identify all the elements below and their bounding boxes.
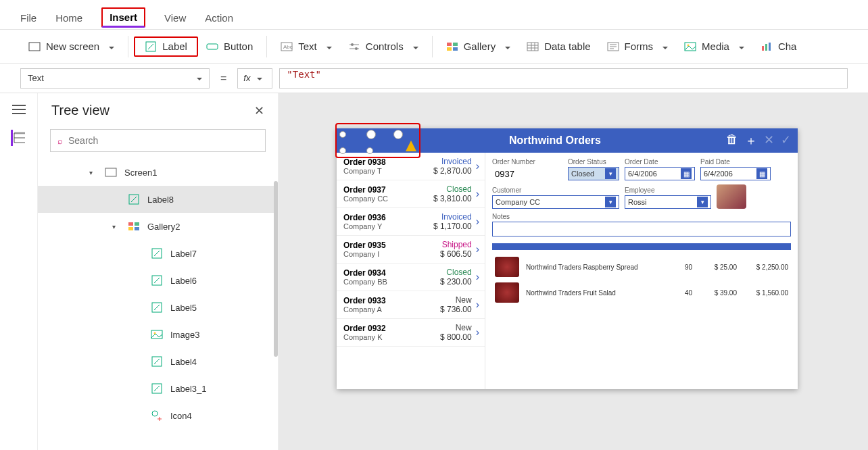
tree-item-icon4[interactable]: Icon4 (38, 402, 278, 429)
order-status: Invoiced (408, 157, 472, 166)
add-icon[interactable]: ＋ (745, 132, 757, 149)
tree-item-screen1[interactable]: ▾Screen1 (38, 159, 278, 186)
order-number: Order 0938 (343, 157, 408, 167)
tree-item-label: Icon4 (170, 411, 192, 421)
media-button[interactable]: Media (676, 36, 752, 57)
resize-handle[interactable] (339, 131, 346, 138)
media-button-text: Media (702, 41, 729, 52)
new-screen-button[interactable]: New screen (20, 36, 122, 57)
tree-item-label3_1[interactable]: Label3_1 (38, 375, 278, 402)
order-row[interactable]: Order 0937Company CCClosed$ 3,810.00› (337, 180, 485, 208)
order-value: $ 230.00 (408, 277, 472, 286)
tab-file[interactable]: File (20, 12, 37, 29)
lines-header-bar (492, 243, 791, 250)
cancel-icon[interactable]: ✕ (764, 132, 774, 149)
separator (266, 36, 267, 57)
tab-view[interactable]: View (164, 12, 186, 29)
tree-search[interactable]: ⌕ (50, 129, 266, 152)
controls-icon (348, 41, 360, 53)
scrollbar-thumb[interactable] (274, 181, 278, 357)
order-value: $ 1,170.00 (408, 222, 472, 231)
customer-select[interactable]: Company CC▾ (492, 195, 619, 209)
close-icon[interactable]: ✕ (254, 103, 264, 118)
order-number: Order 0932 (343, 324, 408, 333)
product-thumb (495, 257, 519, 277)
text-button-text: Text (298, 41, 317, 52)
tree-item-label4[interactable]: Label4 (38, 348, 278, 375)
order-status-select[interactable]: Closed▾ (568, 167, 619, 180)
order-line[interactable]: Northwind Traders Raspberry Spread90$ 25… (492, 254, 791, 280)
product-name: Northwind Traders Raspberry Spread (526, 264, 661, 271)
resize-handle[interactable] (393, 130, 403, 139)
notes-input[interactable] (492, 222, 791, 236)
search-icon: ⌕ (57, 136, 63, 146)
chevron-down-icon (253, 73, 262, 83)
forms-button[interactable]: Forms (599, 36, 677, 57)
tree-item-label6[interactable]: Label6 (38, 267, 278, 294)
order-list[interactable]: Order 0938Company TInvoiced$ 2,870.00›Or… (337, 153, 485, 389)
tree-item-gallery2[interactable]: ▾Gallery2 (38, 213, 278, 240)
order-row[interactable]: Order 0934Company BBClosed$ 230.00› (337, 264, 485, 291)
employee-select[interactable]: Rossi▾ (625, 195, 711, 209)
chevron-right-icon: › (472, 271, 479, 283)
gallery-icon (127, 220, 141, 233)
data-table-button[interactable]: Data table (519, 36, 598, 57)
expander-icon[interactable]: ▾ (89, 169, 97, 176)
customer-label: Customer (492, 186, 619, 194)
canvas[interactable]: Northwind Orders 🗑 ＋ ✕ ✓ Order 0938Compa… (279, 93, 868, 450)
chevron-down-icon (501, 41, 510, 52)
order-value: $ 2,870.00 (408, 166, 472, 176)
svg-rect-15 (762, 46, 764, 51)
svg-rect-18 (14, 132, 25, 134)
property-select[interactable]: Text (20, 68, 210, 89)
trash-icon[interactable]: 🗑 (726, 132, 738, 149)
tree-panel: Tree view ✕ ⌕ ▾Screen1Label8▾Gallery2Lab… (38, 93, 279, 450)
order-row[interactable]: Order 0935Company IShipped$ 606.50› (337, 236, 485, 264)
tab-action[interactable]: Action (205, 12, 233, 29)
controls-button[interactable]: Controls (340, 36, 427, 57)
tree-view-icon[interactable] (11, 130, 27, 146)
order-number: Order 0935 (343, 241, 408, 250)
gallery-button[interactable]: Gallery (438, 36, 519, 57)
tab-insert[interactable]: Insert (101, 7, 145, 28)
tree-item-label: Label3_1 (170, 384, 207, 394)
expander-icon[interactable]: ▾ (112, 223, 120, 230)
product-name: Northwind Traders Fruit Salad (526, 289, 661, 297)
confirm-icon[interactable]: ✓ (781, 132, 791, 149)
tree-item-label7[interactable]: Label7 (38, 240, 278, 267)
button-button[interactable]: Button (198, 36, 261, 57)
tree-item-image3[interactable]: Image3 (38, 321, 278, 348)
fx-button[interactable]: fx (237, 68, 272, 89)
tree-item-label5[interactable]: Label5 (38, 294, 278, 321)
order-value: $ 736.00 (408, 305, 472, 314)
order-status: Invoiced (408, 212, 472, 222)
charts-button[interactable]: Cha (752, 36, 805, 57)
order-status: Closed (408, 268, 472, 277)
search-input[interactable] (68, 135, 258, 146)
resize-handle[interactable] (339, 147, 346, 154)
selection-overlay[interactable] (337, 127, 418, 151)
resize-handle[interactable] (366, 130, 376, 139)
separator (128, 36, 128, 57)
order-row[interactable]: Order 0932Company KNew$ 800.00› (337, 319, 485, 347)
paid-date-input[interactable]: 6/4/2006▦ (700, 167, 771, 180)
order-row[interactable]: Order 0936Company YInvoiced$ 1,170.00› (337, 208, 485, 236)
label-button[interactable]: Label (134, 36, 198, 57)
tab-home[interactable]: Home (55, 12, 82, 29)
order-number: Order 0936 (343, 213, 408, 222)
tree-title: Tree view (51, 103, 110, 118)
tree-item-label8[interactable]: Label8 (38, 186, 278, 213)
resize-handle[interactable] (366, 147, 373, 154)
formula-input[interactable]: "Text" (279, 68, 848, 89)
order-date-input[interactable]: 6/4/2006▦ (625, 167, 695, 180)
gallery-icon (446, 41, 458, 53)
tree-list: ▾Screen1Label8▾Gallery2Label7Label6Label… (38, 159, 278, 450)
menu-bar: File Home Insert View Action (0, 0, 868, 30)
order-company: Company BB (343, 278, 408, 286)
order-line[interactable]: Northwind Traders Fruit Salad40$ 39.00$ … (492, 280, 791, 305)
order-row[interactable]: Order 0933Company ANew$ 736.00› (337, 291, 485, 319)
text-button[interactable]: Abc Text (272, 36, 340, 57)
label-icon (150, 355, 164, 368)
hamburger-icon[interactable] (11, 101, 27, 118)
svg-rect-17 (769, 43, 771, 51)
